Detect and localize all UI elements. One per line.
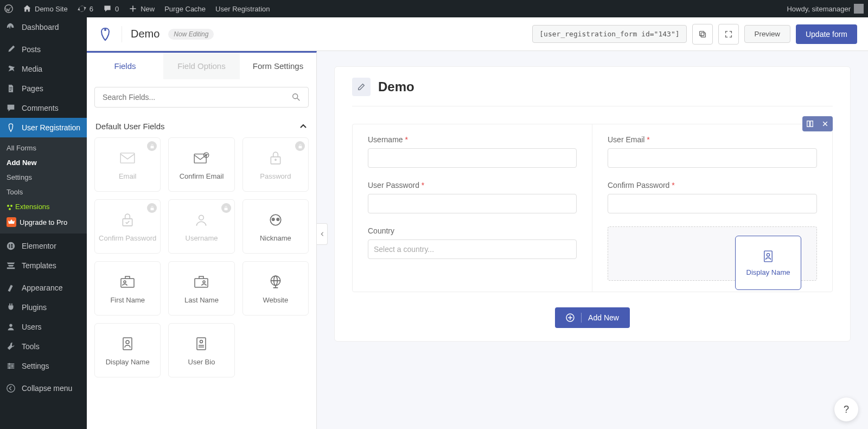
app-logo-icon xyxy=(98,27,113,42)
updates-link[interactable]: 6 xyxy=(78,4,93,13)
preview-button[interactable]: Preview xyxy=(744,25,790,43)
svg-rect-47 xyxy=(807,121,809,127)
menu-elementor[interactable]: Elementor xyxy=(0,236,87,256)
field-card-nickname[interactable]: Nickname xyxy=(242,199,309,254)
edit-title-button[interactable] xyxy=(352,78,371,96)
field-card-confirm-password[interactable]: Confirm Password xyxy=(94,199,161,254)
svg-rect-5 xyxy=(9,244,10,248)
field-username[interactable]: Username * xyxy=(368,135,577,168)
svg-rect-21 xyxy=(150,146,154,148)
field-card-user-bio[interactable]: User Bio xyxy=(168,323,234,377)
dragging-display-name-card[interactable]: Display Name xyxy=(735,236,801,290)
form-name: Demo xyxy=(131,28,159,40)
field-card-website[interactable]: Website xyxy=(242,261,309,316)
svg-rect-39 xyxy=(195,279,208,287)
copy-shortcode-button[interactable] xyxy=(692,24,713,45)
avatar-icon xyxy=(854,4,864,14)
update-form-button[interactable]: Update form xyxy=(796,24,857,44)
site-name: Demo Site xyxy=(35,5,68,13)
menu-posts[interactable]: Posts xyxy=(0,40,87,59)
site-name-link[interactable]: Demo Site xyxy=(23,4,68,13)
country-select[interactable]: Select a country... xyxy=(368,239,577,259)
menu-templates[interactable]: Templates xyxy=(0,256,87,275)
submenu-all-forms[interactable]: All Forms xyxy=(0,141,87,155)
submenu-tools[interactable]: Tools xyxy=(0,185,87,199)
add-new-row-button[interactable]: Add New xyxy=(555,307,630,328)
envelope-icon xyxy=(119,149,136,167)
field-card-email[interactable]: Email xyxy=(94,137,161,192)
submenu-settings[interactable]: Settings xyxy=(0,170,87,185)
shortcode-display[interactable]: [user_registration_form id="143"] xyxy=(532,25,686,43)
row-columns-button[interactable] xyxy=(802,116,818,131)
crown-icon xyxy=(7,217,16,227)
user-icon xyxy=(193,211,210,229)
menu-pages[interactable]: Pages xyxy=(0,79,87,98)
svg-rect-7 xyxy=(11,245,13,247)
lock-large-icon xyxy=(267,149,284,167)
id-badge-icon xyxy=(119,335,136,352)
field-confirm-password[interactable]: Confirm Password * xyxy=(608,181,817,213)
section-default-user-fields[interactable]: Default User Fields xyxy=(87,115,316,137)
field-card-password[interactable]: Password xyxy=(242,137,309,192)
field-card-last-name[interactable]: Last Name xyxy=(168,261,234,316)
user-registration-link[interactable]: User Registration xyxy=(215,5,270,13)
field-card-username[interactable]: Username xyxy=(168,199,234,254)
svg-point-1 xyxy=(7,205,9,207)
tab-fields[interactable]: Fields xyxy=(87,53,163,79)
wp-logo[interactable] xyxy=(4,4,13,13)
svg-point-3 xyxy=(9,208,11,210)
comments-link[interactable]: 0 xyxy=(103,4,119,13)
howdy-link[interactable]: Howdy, sitemanager xyxy=(787,4,864,14)
svg-point-9 xyxy=(9,324,12,327)
menu-media[interactable]: Media xyxy=(0,59,87,79)
svg-point-40 xyxy=(203,281,205,283)
search-fields-input[interactable] xyxy=(94,87,309,108)
menu-user-registration[interactable]: User Registration xyxy=(0,118,87,137)
tab-form-settings[interactable]: Form Settings xyxy=(240,53,316,79)
menu-users[interactable]: Users xyxy=(0,317,87,337)
field-user-password[interactable]: User Password * xyxy=(368,181,577,213)
globe-icon xyxy=(267,273,284,291)
username-input[interactable] xyxy=(368,148,577,168)
svg-rect-6 xyxy=(11,244,13,245)
help-button[interactable]: ? xyxy=(834,398,858,421)
svg-rect-45 xyxy=(197,338,206,350)
lock-icon xyxy=(295,141,305,151)
field-user-email[interactable]: User Email * xyxy=(608,135,817,168)
user-password-input[interactable] xyxy=(368,194,577,213)
menu-tools[interactable]: Tools xyxy=(0,337,87,356)
form-title: Demo xyxy=(378,79,414,94)
drop-zone[interactable]: Display Name xyxy=(608,226,817,281)
menu-plugins[interactable]: Plugins xyxy=(0,298,87,317)
builder-toolbar: Demo Now Editing [user_registration_form… xyxy=(87,17,868,51)
face-icon xyxy=(267,211,284,229)
field-card-first-name[interactable]: First Name xyxy=(94,261,161,316)
svg-rect-23 xyxy=(195,154,207,163)
svg-point-36 xyxy=(278,219,278,219)
svg-rect-48 xyxy=(810,121,813,127)
row-delete-button[interactable] xyxy=(818,116,833,131)
lock-check-icon xyxy=(119,211,136,229)
menu-dashboard[interactable]: Dashboard xyxy=(0,17,87,37)
menu-comments[interactable]: Comments xyxy=(0,98,87,118)
menu-settings[interactable]: Settings xyxy=(0,356,87,376)
field-country[interactable]: CountrySelect a country... xyxy=(368,226,577,259)
new-link[interactable]: New xyxy=(129,4,155,13)
field-card-display-name[interactable]: Display Name xyxy=(94,323,161,377)
menu-collapse[interactable]: Collapse menu xyxy=(0,378,87,398)
user-email-input[interactable] xyxy=(608,148,817,168)
svg-rect-19 xyxy=(701,33,705,37)
submenu-add-new[interactable]: Add New xyxy=(0,155,87,170)
admin-bar: Demo Site 6 0 New Purge Cache User Regis… xyxy=(0,0,868,17)
svg-point-15 xyxy=(9,367,11,369)
confirm-password-input[interactable] xyxy=(608,194,817,213)
svg-point-38 xyxy=(124,281,126,283)
menu-appearance[interactable]: Appearance xyxy=(0,278,87,298)
svg-rect-37 xyxy=(121,279,134,287)
submenu-extensions[interactable]: Extensions xyxy=(0,199,87,214)
fullscreen-button[interactable] xyxy=(718,24,739,45)
tab-field-options[interactable]: Field Options xyxy=(163,53,240,79)
purge-cache-link[interactable]: Purge Cache xyxy=(164,5,206,13)
submenu-upgrade-pro[interactable]: Upgrade to Pro xyxy=(0,214,87,230)
field-card-confirm-email[interactable]: Confirm Email xyxy=(168,137,234,192)
